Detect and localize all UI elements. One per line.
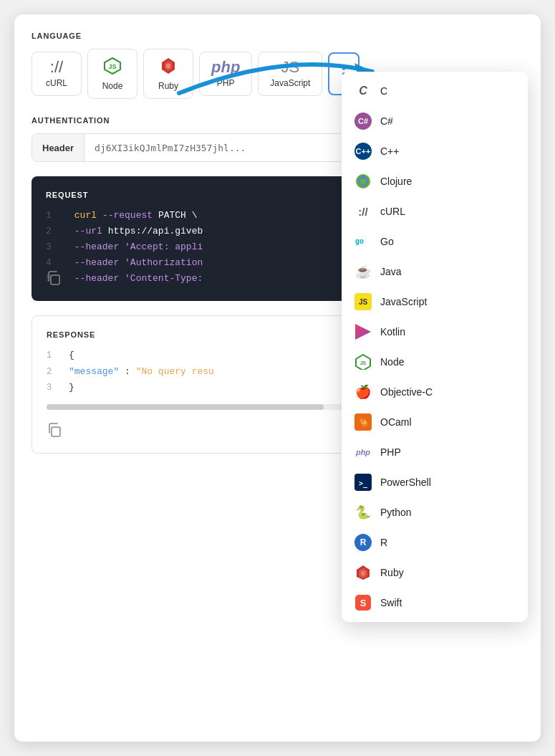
dropdown-item-php[interactable]: php PHP: [342, 437, 528, 467]
javascript-dropdown-label: JavaScript: [380, 296, 427, 307]
lang-tab-php[interactable]: php PHP: [199, 52, 252, 96]
lang-tab-curl[interactable]: :// cURL: [32, 52, 82, 96]
cpp-label: C++: [380, 145, 399, 157]
dropdown-item-ocaml[interactable]: 🐪 OCaml: [342, 407, 528, 437]
ruby-dropdown-label: Ruby: [380, 567, 404, 578]
php-label: PHP: [217, 78, 235, 88]
language-label: LANGUAGE: [32, 32, 523, 40]
dropdown-item-csharp[interactable]: C# C#: [342, 106, 528, 136]
dropdown-item-kotlin[interactable]: Kotlin: [342, 317, 528, 347]
go-label: Go: [380, 236, 394, 247]
svg-marker-12: [355, 324, 371, 340]
js-icon: JS: [281, 59, 300, 75]
objc-icon: 🍎: [354, 383, 372, 401]
clojure-icon: [354, 173, 372, 190]
ruby-label: Ruby: [158, 81, 178, 91]
dropdown-item-c[interactable]: C C: [342, 76, 528, 106]
go-icon: go: [354, 233, 372, 250]
auth-value: dj6XI3ikQJmlPmI7zH357jhl...: [85, 143, 256, 153]
java-icon: ☕: [354, 263, 372, 280]
dropdown-item-r[interactable]: R R: [342, 527, 528, 558]
swift-label: Swift: [380, 597, 402, 608]
ruby-dropdown-icon: [354, 564, 372, 581]
lang-tab-javascript[interactable]: JS JavaScript: [258, 52, 322, 96]
svg-rect-6: [51, 275, 59, 284]
svg-text:JS: JS: [360, 360, 367, 365]
php-dropdown-label: PHP: [380, 446, 401, 458]
java-label: Java: [380, 266, 402, 277]
language-dropdown: C C C# C# C++ C++ Clojure ://: [342, 72, 528, 622]
r-icon: R: [354, 534, 372, 551]
dropdown-item-go[interactable]: go Go: [342, 226, 528, 257]
node-dropdown-icon: JS: [354, 353, 372, 370]
dropdown-item-java[interactable]: ☕ Java: [342, 257, 528, 287]
dropdown-item-curl[interactable]: :// cURL: [342, 196, 528, 226]
ocaml-icon: 🐪: [354, 413, 372, 431]
ps-icon: >_: [354, 474, 372, 491]
dropdown-item-objectivec[interactable]: 🍎 Objective-C: [342, 377, 528, 407]
dot1: [342, 67, 345, 70]
node-icon: JS: [103, 57, 122, 78]
node-label: Node: [102, 81, 123, 91]
node-dropdown-label: Node: [380, 356, 404, 368]
clojure-label: Clojure: [380, 176, 412, 187]
c-icon: C: [354, 82, 372, 100]
python-icon: 🐍: [354, 504, 372, 521]
svg-text:JS: JS: [108, 63, 116, 70]
svg-text:S: S: [360, 598, 367, 608]
curl-dropdown-label: cURL: [380, 206, 405, 217]
auth-tab-header[interactable]: Header: [32, 134, 85, 161]
js-dropdown-icon: JS: [354, 293, 372, 310]
curl-label: cURL: [46, 78, 67, 88]
dropdown-item-clojure[interactable]: Clojure: [342, 166, 528, 196]
main-container: LANGUAGE :// cURL JS Node: [14, 14, 541, 742]
c-label: C: [380, 85, 387, 97]
php-dropdown-icon: php: [354, 444, 372, 461]
dropdown-item-python[interactable]: 🐍 Python: [342, 497, 528, 527]
dropdown-item-powershell[interactable]: >_ PowerShell: [342, 467, 528, 497]
request-copy-button[interactable]: [46, 270, 62, 290]
objectivec-label: Objective-C: [380, 386, 433, 398]
python-label: Python: [380, 507, 412, 518]
dropdown-item-swift[interactable]: S Swift: [342, 588, 528, 618]
dropdown-item-ruby[interactable]: Ruby: [342, 558, 528, 588]
svg-rect-7: [52, 427, 60, 436]
lang-tab-ruby[interactable]: Ruby: [143, 49, 193, 99]
dropdown-item-cpp[interactable]: C++ C++: [342, 136, 528, 166]
kotlin-label: Kotlin: [380, 326, 405, 338]
dropdown-item-node[interactable]: JS Node: [342, 347, 528, 377]
kotlin-icon: [354, 323, 372, 340]
svg-point-10: [362, 176, 365, 179]
scrollbar-thumb: [47, 404, 324, 410]
ocaml-label: OCaml: [380, 416, 412, 428]
javascript-label: JavaScript: [270, 78, 310, 88]
dropdown-item-javascript[interactable]: JS JavaScript: [342, 287, 528, 317]
ruby-icon: [159, 57, 178, 78]
csharp-icon: C#: [354, 113, 372, 130]
r-label: R: [380, 537, 387, 548]
swift-icon: S: [354, 594, 372, 611]
svg-text:go: go: [355, 237, 364, 245]
cpp-icon: C++: [354, 143, 372, 160]
curl-icon: ://: [50, 59, 63, 75]
lang-tab-node[interactable]: JS Node: [87, 49, 137, 99]
php-icon: php: [211, 59, 240, 75]
svg-text:>_: >_: [359, 479, 368, 488]
response-copy-button[interactable]: [47, 422, 62, 441]
powershell-label: PowerShell: [380, 477, 431, 488]
curl-dropdown-icon: ://: [354, 203, 372, 220]
csharp-label: C#: [380, 115, 393, 127]
